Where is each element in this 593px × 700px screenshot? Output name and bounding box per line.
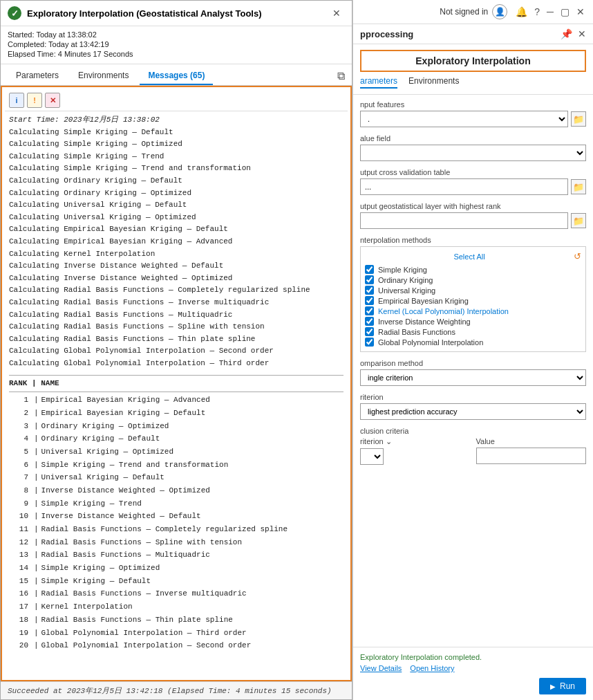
input-features-browse[interactable]: 📁 [571,111,586,127]
success-message: Exploratory Interpolation completed. [360,653,586,661]
messages-area[interactable]: i ! ✕ Start Time: 2023年12月5日 13:38:02 Ca… [1,86,352,681]
method-label: Empirical Bayesian Kriging [378,297,469,305]
output-geo-layer-browse[interactable]: 📁 [571,213,586,228]
refresh-icon[interactable]: ↺ [574,251,581,261]
value-field-select[interactable] [360,145,586,161]
question-icon[interactable]: ? [534,6,540,17]
calc-line: Calculating Ordinary Kriging — Optimized [9,187,343,200]
tab-messages[interactable]: Messages (65) [140,67,213,85]
rank-number: 9 [9,497,31,510]
rank-number: 3 [9,420,31,433]
close-button[interactable]: ✕ [328,6,345,20]
run-button[interactable]: ▶ Run [539,678,586,694]
tool-tab-parameters[interactable]: arameters [360,76,397,89]
output-cross-validation-input[interactable] [360,178,568,195]
method-checkbox[interactable] [365,265,374,274]
bell-icon[interactable]: 🔔 [516,6,527,17]
rank-row: 6|Simple Kriging — Trend and transformat… [9,459,343,472]
tool-tab-environments[interactable]: Environments [408,76,459,89]
error-filter-button[interactable]: ✕ [45,93,60,108]
rank-number: 7 [9,471,31,484]
view-details-link[interactable]: View Details [360,664,402,672]
method-checkbox[interactable] [365,296,374,305]
info-filter-button[interactable]: i [9,93,24,108]
output-cross-validation-group: utput cross validation table 📁 [360,168,586,195]
rank-table: RANK | NAME 1|Empirical Bayesian Kriging… [9,375,343,652]
rank-row: 20|Global Polynomial Interpolation — Sec… [9,639,343,652]
method-label: Radial Basis Functions [378,328,455,336]
exclusion-criterion-select[interactable] [360,448,384,465]
method-checkbox[interactable] [365,338,374,347]
window-close-icon[interactable]: ✕ [576,6,585,17]
calc-line: Calculating Inverse Distance Weighted — … [9,273,343,285]
method-checkbox[interactable] [365,317,374,326]
output-geo-layer-group: utput geostatistical layer with highest … [360,202,586,229]
tab-environments[interactable]: Environments [70,67,137,85]
method-item: Empirical Bayesian Kriging [365,295,581,306]
success-icon: ✓ [8,6,21,20]
rank-row: 18|Radial Basis Functions — Thin plate s… [9,614,343,627]
rank-number: 14 [9,562,31,575]
rank-row: 8|Inverse Distance Weighted — Optimized [9,484,343,497]
method-checkbox[interactable] [365,327,374,336]
tool-dialog: ✓ Exploratory Interpolation (Geostatisti… [0,0,352,700]
method-label: Global Polynomial Interpolation [378,338,483,347]
exclusion-value-label: Value [476,437,587,445]
completed-text: Completed: Today at 13:42:19 [8,40,345,48]
copy-icon[interactable]: ⧉ [337,70,345,82]
tool-header: Exploratory Interpolation arameters Envi… [353,44,593,95]
method-label: Simple Kriging [378,266,427,274]
comparison-method-label: omparison method [360,359,586,367]
exclusion-value-input[interactable] [476,448,587,464]
auto-hide-icon[interactable]: 📌 [561,28,572,39]
criterion-group: riterion lighest prediction accuracy [360,393,586,420]
rank-name: Inverse Distance Weighted — Default [41,510,343,523]
geo-header-icons: 📌 ✕ [561,28,586,39]
open-history-link[interactable]: Open History [410,664,454,672]
method-checkbox[interactable] [365,275,374,284]
method-item: Universal Kriging [365,285,581,295]
rank-row: 2|Empirical Bayesian Kriging — Default [9,407,343,420]
dialog-title: Exploratory Interpolation (Geostatistica… [27,8,323,19]
criterion-select[interactable]: lighest prediction accuracy [360,403,586,420]
rank-number: 1 [9,394,31,407]
rank-name: Simple Kriging — Optimized [41,562,343,575]
calc-line: Calculating Ordinary Kriging — Default [9,175,343,187]
rank-row: 7|Universal Kriging — Default [9,471,343,484]
comparison-method-group: omparison method ingle criterion [360,359,586,386]
select-all-link[interactable]: Select All [453,252,484,261]
exclusion-criterion-col: riterion ⌄ [360,437,471,465]
method-checkbox[interactable] [365,286,374,295]
input-features-select[interactable]: . [360,111,568,127]
output-cross-validation-label: utput cross validation table [360,168,586,176]
output-geo-layer-input[interactable] [360,212,568,229]
rank-name: Universal Kriging — Optimized [41,445,343,459]
panel-menu-icon[interactable]: ✕ [578,28,586,39]
exclusion-criterion-label: riterion ⌄ [360,437,471,446]
sign-in-area: Not signed in 👤 [440,4,507,19]
method-item: Ordinary Kriging [365,275,581,285]
dialog-tabs: Parameters Environments Messages (65) ⧉ [1,64,352,86]
warn-filter-button[interactable]: ! [27,93,42,108]
rank-number: 15 [9,575,31,588]
rank-number: 11 [9,523,31,536]
method-checkbox[interactable] [365,306,374,315]
rank-name: Radial Basis Functions — Thin plate spli… [41,614,343,627]
calc-line: Calculating Simple Kriging — Default [9,127,343,139]
output-cross-validation-browse[interactable]: 📁 [571,179,586,194]
comparison-method-select[interactable]: ingle criterion [360,369,586,386]
user-icon[interactable]: 👤 [492,4,507,19]
interpolation-methods-label: nterpolation methods [360,236,586,244]
minimize-icon[interactable]: ─ [547,6,554,17]
dialog-header: ✓ Exploratory Interpolation (Geostatisti… [1,1,352,26]
calc-line: Calculating Radial Basis Functions — Spl… [9,321,343,333]
value-field-label: alue field [360,134,586,142]
method-item: Inverse Distance Weighting [365,316,581,326]
rank-row: 5|Universal Kriging — Optimized [9,445,343,459]
rank-number: 19 [9,627,31,640]
restore-icon[interactable]: ▢ [561,6,570,17]
elapsed-text: Elapsed Time: 4 Minutes 17 Seconds [8,50,345,58]
interpolation-methods-group: nterpolation methods Select All ↺ Simple… [360,236,586,352]
tab-parameters[interactable]: Parameters [8,67,67,85]
rank-row: 15|Simple Kriging — Default [9,575,343,588]
